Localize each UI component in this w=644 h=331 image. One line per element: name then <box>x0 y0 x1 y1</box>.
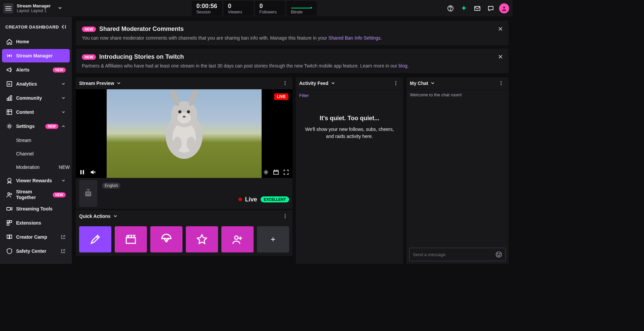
language-tag[interactable]: English <box>102 183 120 189</box>
whispers-button[interactable] <box>486 3 496 13</box>
panel-options-button[interactable] <box>392 79 400 87</box>
banner-text: You can now share moderator comments wit… <box>82 35 328 41</box>
svg-point-53 <box>497 253 498 254</box>
sidebar-item-label: Home <box>16 39 66 44</box>
sidebar-item-safety-center[interactable]: Safety Center <box>2 244 70 258</box>
game-boxart[interactable] <box>79 180 97 207</box>
chat-body: Welcome to the chat room! <box>407 89 508 264</box>
sidebar-item-streaming-tools[interactable]: Streaming Tools <box>2 202 70 216</box>
svg-rect-18 <box>10 221 12 223</box>
stat-viewers[interactable]: 0 Viewers <box>223 1 254 16</box>
chevron-down-icon[interactable] <box>116 81 121 86</box>
star-icon <box>196 234 208 245</box>
mute-button[interactable] <box>90 169 96 175</box>
panel-options-button[interactable] <box>497 79 505 87</box>
shared-ban-info-link[interactable]: Shared Ban Info Settings <box>328 35 381 41</box>
panel-options-button[interactable] <box>281 212 289 220</box>
svg-point-50 <box>501 83 501 84</box>
layout-selector[interactable]: Stream Manager Layout: Layout 1 <box>17 3 63 13</box>
svg-rect-35 <box>83 170 84 175</box>
chat-text-field[interactable] <box>413 252 495 257</box>
quick-action-edit[interactable] <box>79 226 111 252</box>
svg-point-45 <box>235 236 238 239</box>
panel-title: Stream Preview <box>79 81 114 86</box>
pause-button[interactable] <box>79 169 85 175</box>
sidebar-sub-stream[interactable]: Stream <box>2 134 70 147</box>
sidebar-item-label: Safety Center <box>16 248 60 254</box>
svg-point-31 <box>182 116 185 118</box>
content-icon <box>6 109 13 115</box>
hamburger-menu-button[interactable] <box>3 3 13 13</box>
close-banner-button[interactable] <box>496 52 505 61</box>
stat-followers[interactable]: 0 Followers <box>255 1 285 16</box>
banner-text: . <box>408 63 409 68</box>
svg-rect-11 <box>10 96 12 100</box>
settings-button[interactable] <box>263 169 269 175</box>
stream-preview-video[interactable]: LIVE <box>76 89 292 178</box>
sidebar-item-analytics[interactable]: Analytics <box>2 77 70 91</box>
quick-action-add[interactable] <box>257 226 289 252</box>
panel-title: My Chat <box>410 81 428 86</box>
close-banner-button[interactable] <box>496 24 505 34</box>
sidebar-item-settings[interactable]: Settings NEW <box>2 120 70 133</box>
collapse-sidebar-button[interactable] <box>60 23 66 30</box>
stat-bitrate-label: Bitrate <box>291 10 312 14</box>
gear-icon <box>6 123 13 130</box>
sidebar-item-extensions[interactable]: Extensions <box>2 216 70 230</box>
sparkle-button[interactable] <box>459 3 469 13</box>
sidebar-item-alerts[interactable]: Alerts NEW <box>2 63 70 77</box>
sidebar-item-community[interactable]: Community <box>2 91 70 105</box>
inbox-button[interactable] <box>472 3 482 13</box>
quick-action-star[interactable] <box>186 226 218 252</box>
community-icon <box>6 95 13 101</box>
fullscreen-button[interactable] <box>283 169 289 175</box>
quick-action-clip[interactable] <box>115 226 147 252</box>
activity-empty-description: We'll show your new follows, subs, cheer… <box>299 126 400 140</box>
gear-icon <box>263 169 269 175</box>
panel-options-button[interactable] <box>281 79 289 87</box>
pencil-icon <box>90 234 101 245</box>
svg-point-48 <box>395 85 396 85</box>
svg-point-13 <box>8 125 10 127</box>
chevron-down-icon[interactable] <box>430 81 435 86</box>
chart-icon <box>6 81 13 87</box>
smile-icon <box>495 251 502 258</box>
add-user-icon <box>232 234 243 245</box>
quick-action-parachute[interactable] <box>150 226 182 252</box>
stat-bitrate[interactable]: Bitrate <box>286 1 317 16</box>
user-avatar[interactable] <box>499 3 509 13</box>
stat-followers-value: 0 <box>260 3 280 9</box>
fullscreen-icon <box>283 169 289 175</box>
sidebar-item-label: Streaming Tools <box>16 206 66 211</box>
sidebar-item-label: Settings <box>16 124 43 129</box>
sidebar-item-home[interactable]: Home <box>2 35 70 48</box>
help-button[interactable] <box>445 3 455 13</box>
clip-button[interactable] <box>273 169 279 175</box>
chat-input[interactable] <box>409 248 506 261</box>
activity-filter-link[interactable]: Filter <box>299 93 400 98</box>
chevron-down-icon[interactable] <box>330 81 336 86</box>
emoji-picker-button[interactable] <box>495 251 502 258</box>
sidebar-item-content[interactable]: Content <box>2 105 70 119</box>
sidebar-sub-moderation[interactable]: ModerationNEW <box>2 160 70 174</box>
svg-rect-34 <box>80 170 82 175</box>
blog-link[interactable]: blog <box>398 63 407 68</box>
sidebar-item-creator-camp[interactable]: Creator Camp <box>2 230 70 244</box>
sidebar-item-viewer-rewards[interactable]: Viewer Rewards <box>2 174 70 187</box>
activity-empty-heading: It's quiet. Too quiet... <box>299 115 400 122</box>
chevron-down-icon[interactable] <box>113 214 118 219</box>
quick-actions-header: Quick Actions <box>76 210 292 222</box>
live-badge: LIVE <box>274 93 288 100</box>
stat-session[interactable]: 0:00:56 Session <box>192 1 222 16</box>
svg-rect-40 <box>89 193 90 194</box>
svg-point-29 <box>178 110 181 113</box>
sidebar-item-stream-manager[interactable]: Stream Manager <box>2 49 70 62</box>
book-icon <box>6 234 13 240</box>
add-user-icon <box>6 191 13 198</box>
sidebar-item-stream-together[interactable]: StreamTogether NEW <box>2 188 70 201</box>
banner-title: Introducing Stories on Twitch <box>99 53 184 60</box>
kebab-icon <box>498 81 504 86</box>
chevron-down-icon <box>61 96 66 100</box>
sidebar-sub-channel[interactable]: Channel <box>2 147 70 160</box>
quick-action-add-user[interactable] <box>221 226 254 252</box>
